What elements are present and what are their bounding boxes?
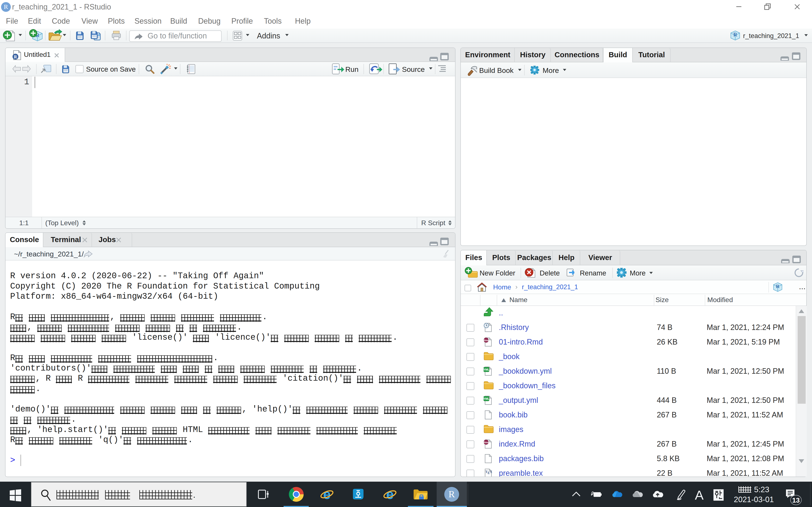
svg-text:Rmd: Rmd [484, 339, 489, 342]
svg-text:e: e [386, 488, 394, 501]
svg-text:R: R [14, 55, 17, 59]
svg-text:R: R [449, 489, 455, 499]
svg-text:YML: YML [484, 368, 489, 371]
svg-text:R: R [4, 3, 8, 10]
svg-text:e: e [323, 488, 331, 501]
svg-text:R: R [776, 283, 780, 289]
svg-text:Rmd: Rmd [484, 441, 489, 444]
svg-text:R: R [733, 32, 738, 38]
svg-text:YML: YML [484, 397, 489, 400]
